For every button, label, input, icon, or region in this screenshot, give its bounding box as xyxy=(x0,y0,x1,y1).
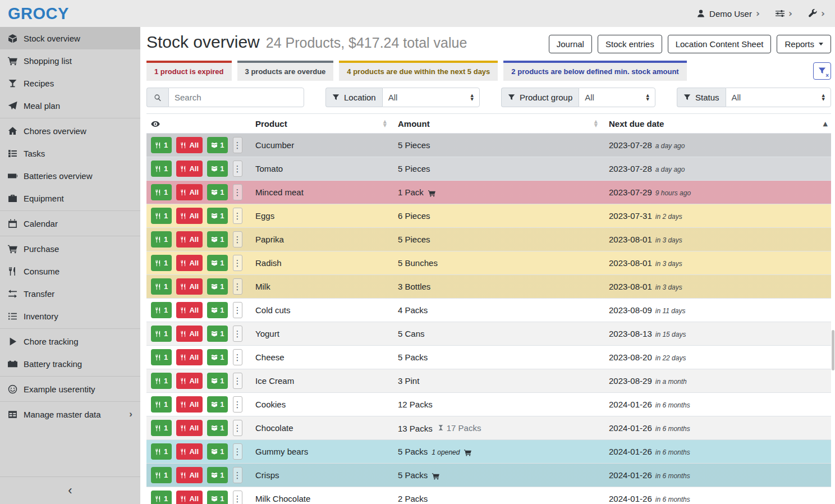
status-filter-select[interactable]: All ▲▼ xyxy=(726,88,831,107)
consume-one-button[interactable]: 1 xyxy=(151,184,172,200)
consume-all-button[interactable]: All xyxy=(176,231,203,248)
consume-all-button[interactable]: All xyxy=(176,443,203,460)
journal-button[interactable]: Journal xyxy=(549,35,592,53)
status-banner[interactable]: 1 product is expired xyxy=(146,61,232,81)
consume-one-button[interactable]: 1 xyxy=(151,137,172,153)
consume-one-button[interactable]: 1 xyxy=(151,443,172,460)
consume-all-button[interactable]: All xyxy=(176,326,203,342)
open-one-button[interactable]: 1 xyxy=(207,467,228,483)
sidebar-item-battery-tracking[interactable]: Battery tracking xyxy=(0,352,140,375)
open-one-button[interactable]: 1 xyxy=(207,161,228,177)
consume-all-button[interactable]: All xyxy=(176,302,203,318)
sidebar-item-batteries-overview[interactable]: Batteries overview xyxy=(0,164,140,187)
table-row[interactable]: 1 All 1 ⋮ Gummy bears 5 Packs1 opened 20… xyxy=(146,440,831,464)
sidebar-item-stock-overview[interactable]: Stock overview xyxy=(0,27,140,49)
row-menu-button[interactable]: ⋮ xyxy=(233,326,242,342)
open-one-button[interactable]: 1 xyxy=(207,373,228,389)
row-menu-button[interactable]: ⋮ xyxy=(233,443,242,460)
row-menu-button[interactable]: ⋮ xyxy=(233,396,242,413)
table-row[interactable]: 1 All 1 ⋮ Cold cuts 4 Packs 2023-08-09in… xyxy=(146,299,831,322)
consume-one-button[interactable]: 1 xyxy=(151,491,172,504)
table-row[interactable]: 1 All 1 ⋮ Yogurt 5 Cans 2023-08-13in 15 … xyxy=(146,322,831,346)
consume-one-button[interactable]: 1 xyxy=(151,467,172,483)
row-menu-button[interactable]: ⋮ xyxy=(233,231,242,248)
sidebar-item-chores-overview[interactable]: Chores overview xyxy=(0,120,140,142)
open-one-button[interactable]: 1 xyxy=(207,491,228,504)
consume-all-button[interactable]: All xyxy=(176,396,203,413)
row-menu-button[interactable]: ⋮ xyxy=(233,491,242,504)
row-menu-button[interactable]: ⋮ xyxy=(233,420,242,436)
row-menu-button[interactable]: ⋮ xyxy=(233,467,242,483)
table-row[interactable]: 1 All 1 ⋮ Cookies 12 Packs 2024-01-26in … xyxy=(146,393,831,416)
consume-all-button[interactable]: All xyxy=(176,161,203,177)
open-one-button[interactable]: 1 xyxy=(207,349,228,365)
vertical-scrollbar-thumb[interactable] xyxy=(832,330,834,370)
open-one-button[interactable]: 1 xyxy=(207,137,228,153)
consume-all-button[interactable]: All xyxy=(176,467,203,483)
table-row[interactable]: 1 All 1 ⋮ Tomato 5 Pieces 2023-07-28a da… xyxy=(146,157,831,181)
row-menu-button[interactable]: ⋮ xyxy=(233,349,242,365)
location-filter-select[interactable]: All ▲▼ xyxy=(382,88,480,107)
sidebar-item-tasks[interactable]: Tasks xyxy=(0,142,140,164)
open-one-button[interactable]: 1 xyxy=(207,231,228,248)
table-row[interactable]: 1 All 1 ⋮ Ice Cream 3 Pint 2023-08-29in … xyxy=(146,369,831,393)
consume-one-button[interactable]: 1 xyxy=(151,396,172,413)
row-menu-button[interactable]: ⋮ xyxy=(233,161,242,177)
sidebar-item-transfer[interactable]: Transfer xyxy=(0,282,140,305)
table-row[interactable]: 1 All 1 ⋮ Eggs 6 Pieces 2023-07-31in 2 d… xyxy=(146,204,831,228)
consume-one-button[interactable]: 1 xyxy=(151,255,172,271)
consume-all-button[interactable]: All xyxy=(176,184,203,200)
sidebar-item-purchase[interactable]: Purchase xyxy=(0,237,140,260)
row-menu-button[interactable]: ⋮ xyxy=(233,302,242,318)
table-row[interactable]: 1 All 1 ⋮ Minced meat 1 Pack 2023-07-299… xyxy=(146,181,831,204)
sidebar-item-consume[interactable]: Consume xyxy=(0,260,140,282)
sidebar-item-equipment[interactable]: Equipment xyxy=(0,187,140,209)
status-banner[interactable]: 4 products are due within the next 5 day… xyxy=(339,61,498,81)
admin-settings-menu[interactable]: › xyxy=(808,9,825,19)
sidebar-item-recipes[interactable]: Recipes xyxy=(0,72,140,94)
row-menu-button[interactable]: ⋮ xyxy=(233,373,242,389)
table-row[interactable]: 1 All 1 ⋮ Cucumber 5 Pieces 2023-07-28a … xyxy=(146,134,831,157)
open-one-button[interactable]: 1 xyxy=(207,255,228,271)
sidebar-item-inventory[interactable]: Inventory xyxy=(0,305,140,327)
consume-all-button[interactable]: All xyxy=(176,373,203,389)
app-logo[interactable]: GROCY xyxy=(8,4,69,23)
open-one-button[interactable]: 1 xyxy=(207,326,228,342)
consume-one-button[interactable]: 1 xyxy=(151,373,172,389)
consume-all-button[interactable]: All xyxy=(176,255,203,271)
table-row[interactable]: 1 All 1 ⋮ Milk Chocolate 2 Packs 2024-01… xyxy=(146,487,831,504)
table-row[interactable]: 1 All 1 ⋮ Radish 5 Bunches 2023-08-01in … xyxy=(146,251,831,275)
consume-one-button[interactable]: 1 xyxy=(151,208,172,224)
consume-all-button[interactable]: All xyxy=(176,491,203,504)
open-one-button[interactable]: 1 xyxy=(207,396,228,413)
sidebar-item-meal-plan[interactable]: Meal plan xyxy=(0,94,140,117)
product-column-header[interactable]: Product ▲▼ xyxy=(251,114,393,134)
row-menu-button[interactable]: ⋮ xyxy=(233,208,242,224)
sidebar-collapse-button[interactable]: ‹ xyxy=(68,484,72,497)
consume-all-button[interactable]: All xyxy=(176,278,203,295)
sidebar-item-chore-tracking[interactable]: Chore tracking xyxy=(0,330,140,352)
table-row[interactable]: 1 All 1 ⋮ Chocolate 13 Packs17 Packs 202… xyxy=(146,416,831,440)
amount-column-header[interactable]: Amount ▲▼ xyxy=(393,114,604,134)
consume-one-button[interactable]: 1 xyxy=(151,231,172,248)
consume-one-button[interactable]: 1 xyxy=(151,161,172,177)
display-settings-menu[interactable]: › xyxy=(776,9,792,19)
reports-dropdown-button[interactable]: Reports xyxy=(777,35,831,53)
status-banner[interactable]: 2 products are below defined min. stock … xyxy=(503,61,686,81)
sidebar-item-example-userentity[interactable]: Example userentity xyxy=(0,378,140,400)
consume-all-button[interactable]: All xyxy=(176,208,203,224)
open-one-button[interactable]: 1 xyxy=(207,420,228,436)
open-one-button[interactable]: 1 xyxy=(207,278,228,295)
consume-one-button[interactable]: 1 xyxy=(151,326,172,342)
table-row[interactable]: 1 All 1 ⋮ Crisps 5 Packs 2024-01-26in 6 … xyxy=(146,464,831,487)
open-one-button[interactable]: 1 xyxy=(207,443,228,460)
open-one-button[interactable]: 1 xyxy=(207,208,228,224)
open-one-button[interactable]: 1 xyxy=(207,302,228,318)
consume-all-button[interactable]: All xyxy=(176,349,203,365)
consume-one-button[interactable]: 1 xyxy=(151,302,172,318)
consume-all-button[interactable]: All xyxy=(176,137,203,153)
stock-entries-button[interactable]: Stock entries xyxy=(598,35,662,53)
row-menu-button[interactable]: ⋮ xyxy=(233,278,242,295)
open-one-button[interactable]: 1 xyxy=(207,184,228,200)
consume-one-button[interactable]: 1 xyxy=(151,278,172,295)
